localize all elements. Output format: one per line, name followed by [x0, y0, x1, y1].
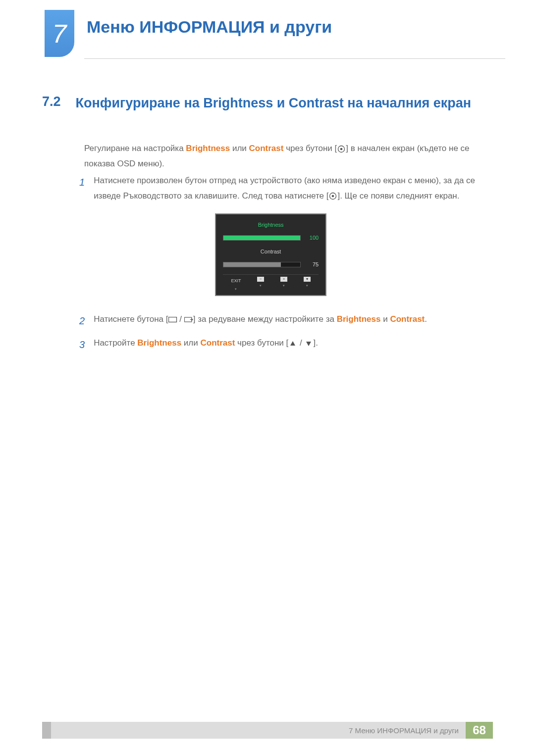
down-triangle-icon — [304, 340, 313, 347]
osd-minus-button: − ▾ — [257, 277, 264, 292]
chapter-number-tab: 7 — [45, 10, 74, 57]
up-triangle-icon — [288, 340, 297, 347]
osd-brightness-fill — [223, 236, 300, 240]
osd-exit-button: EXIT ▾ — [231, 277, 241, 292]
osd-exit-label: EXIT — [231, 277, 241, 285]
footer-page-number: 68 — [466, 722, 493, 739]
footer-text: 7 Меню ИНФОРМАЦИЯ и други — [349, 726, 459, 735]
plus-icon: + — [280, 277, 287, 282]
target-icon — [337, 146, 346, 152]
marker-icon: ▾ — [235, 286, 237, 293]
section-number: 7.2 — [42, 94, 61, 112]
text: чрез бутони [ — [283, 144, 337, 153]
text: и — [380, 314, 390, 324]
step-list: 1 Натиснете произволен бутон отпред на у… — [79, 173, 485, 359]
osd-contrast-label: Contrast — [223, 247, 319, 257]
highlight-contrast: Contrast — [390, 314, 425, 324]
text: ]. — [313, 338, 318, 348]
osd-plus-button: + ▾ — [280, 277, 287, 292]
section-heading: 7.2 Конфигуриране на Brightness и Contra… — [42, 94, 488, 112]
step-3: 3 Настройте Brightness или Contrast чрез… — [79, 336, 485, 353]
minus-icon: − — [257, 277, 264, 282]
text: или — [181, 338, 200, 348]
osd-contrast-row: 75 — [223, 260, 319, 270]
text: Регулиране на настройка — [84, 144, 186, 153]
osd-contrast-value: 75 — [305, 260, 319, 270]
osd-contrast-fill — [223, 262, 281, 267]
highlight-contrast: Contrast — [249, 144, 284, 153]
step-1: 1 Натиснете произволен бутон отпред на у… — [79, 173, 485, 306]
header-divider — [84, 58, 505, 59]
osd-brightness-value: 100 — [305, 233, 319, 243]
svg-point-1 — [340, 148, 343, 150]
osd-brightness-track — [223, 235, 301, 241]
osd-brightness-row: 100 — [223, 233, 319, 243]
screen-icon — [168, 316, 177, 323]
highlight-brightness: Brightness — [186, 144, 230, 153]
footer-bar: 7 Меню ИНФОРМАЦИЯ и други 68 — [42, 722, 493, 739]
text: Натиснете бутона [ — [94, 314, 168, 324]
highlight-brightness: Brightness — [137, 338, 181, 348]
osd-brightness-label: Brightness — [223, 220, 319, 230]
screen-enter-icon — [184, 316, 193, 323]
step-number: 1 — [79, 173, 85, 306]
text: / — [177, 314, 184, 324]
text: Настройте — [94, 338, 137, 348]
text: или — [230, 144, 249, 153]
text: ]. Ще се появи следният екран. — [337, 191, 459, 201]
osd-contrast-track — [223, 262, 301, 267]
section-title: Конфигуриране на Brightness и Contrast н… — [76, 94, 472, 112]
intro-paragraph: Регулиране на настройка Brightness или C… — [84, 141, 485, 171]
step-2: 2 Натиснете бутона [ / ] за редуване меж… — [79, 312, 485, 330]
osd-down-button: ▾ ▾ — [304, 277, 311, 292]
highlight-brightness: Brightness — [337, 314, 381, 324]
marker-icon: ▾ — [260, 283, 262, 289]
text: / — [297, 338, 304, 348]
text: ] за редуване между настройките за — [193, 314, 337, 324]
down-icon: ▾ — [304, 277, 311, 282]
marker-icon: ▾ — [306, 283, 308, 289]
step-number: 2 — [79, 312, 85, 330]
chapter-title: Меню ИНФОРМАЦИЯ и други — [87, 17, 332, 37]
text: . — [425, 314, 427, 324]
svg-rect-4 — [168, 317, 176, 322]
osd-button-row: EXIT ▾ − ▾ + ▾ ▾ ▾ — [223, 274, 319, 292]
step-number: 3 — [79, 336, 85, 353]
highlight-contrast: Contrast — [200, 338, 235, 348]
target-icon — [328, 193, 337, 200]
marker-icon: ▾ — [283, 283, 285, 289]
svg-point-3 — [332, 195, 334, 198]
text: чрез бутони [ — [235, 338, 288, 348]
osd-panel: Brightness 100 Contrast 75 EXIT — [215, 213, 326, 296]
